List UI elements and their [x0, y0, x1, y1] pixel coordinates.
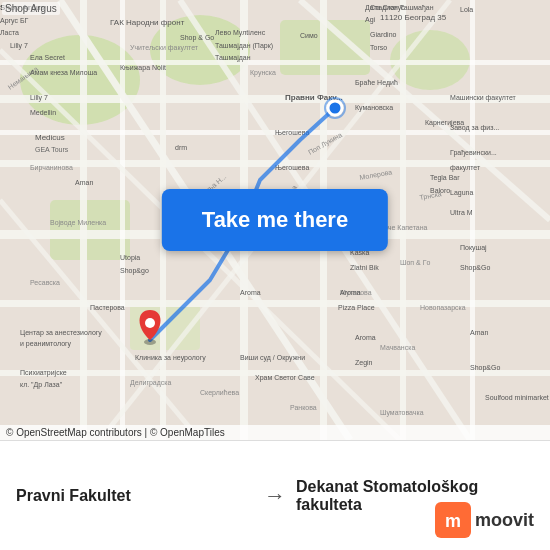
svg-text:Zlatni Bik: Zlatni Bik	[350, 264, 379, 271]
svg-text:и реанимтологу: и реанимтологу	[20, 340, 72, 348]
svg-point-111	[328, 101, 342, 115]
svg-text:Дата Статус: Дата Статус	[365, 4, 405, 12]
svg-text:Utopia: Utopia	[120, 254, 140, 262]
svg-text:Aman: Aman	[75, 179, 93, 186]
svg-text:Ранкова: Ранкова	[290, 404, 317, 411]
svg-text:Делиградска: Делиградска	[130, 379, 172, 387]
moovit-text: moovit	[475, 510, 534, 531]
svg-text:Shop&go: Shop&go	[120, 267, 149, 275]
svg-text:Laguna: Laguna	[450, 189, 473, 197]
svg-text:Пастерова: Пастерова	[90, 304, 125, 312]
svg-text:drm: drm	[175, 144, 187, 151]
svg-text:Giardino: Giardino	[370, 31, 397, 38]
svg-text:Грађевински...: Грађевински...	[450, 149, 497, 157]
map-container: Немањина Крунска Поп Лукина Бирчанинова …	[0, 0, 550, 440]
svg-text:11120 Београд 35: 11120 Београд 35	[380, 13, 447, 22]
svg-text:Lilly 7: Lilly 7	[10, 42, 28, 50]
svg-text:Покушај: Покушај	[460, 244, 487, 252]
svg-text:Ела Secret: Ела Secret	[30, 54, 65, 61]
svg-text:Шоп & Гo: Шоп & Гo	[400, 259, 430, 266]
moovit-icon: m	[435, 502, 471, 538]
arrow-icon: →	[264, 483, 286, 509]
svg-text:Крунска: Крунска	[250, 69, 276, 77]
svg-text:Shop&Go: Shop&Go	[470, 364, 500, 372]
svg-text:Lilly 7: Lilly 7	[30, 94, 48, 102]
svg-text:Виши суд / Окружни: Виши суд / Окружни	[240, 354, 305, 362]
svg-text:Pizza Place: Pizza Place	[338, 304, 375, 311]
map-attribution: © OpenStreetMap contributors | © OpenMap…	[0, 425, 550, 440]
svg-text:Амам кнеза Милоша: Амам кнеза Милоша	[30, 69, 97, 76]
svg-text:Ресавска: Ресавска	[30, 279, 60, 286]
svg-text:Клиника за неурологу: Клиника за неурологу	[135, 354, 206, 362]
svg-rect-19	[470, 0, 475, 440]
svg-text:Браће Недић: Браће Недић	[355, 79, 398, 87]
svg-text:Aroma: Aroma	[355, 334, 376, 341]
svg-text:Soulfood minimarket: Soulfood minimarket	[485, 394, 549, 401]
svg-text:Ласта: Ласта	[0, 29, 19, 36]
svg-text:Agi: Agi	[365, 16, 376, 24]
svg-text:Baloro: Baloro	[430, 187, 450, 194]
svg-text:ГАК Народни фронт: ГАК Народни фронт	[110, 18, 185, 27]
svg-text:Учитељски факултет: Учитељски факултет	[130, 44, 199, 52]
svg-text:Симо: Симо	[300, 32, 318, 39]
svg-text:Ultra M: Ultra M	[450, 209, 473, 216]
svg-text:Shop & Go: Shop & Go	[180, 34, 214, 42]
svg-text:GEA Tours: GEA Tours	[35, 146, 69, 153]
moovit-logo: m moovit	[435, 502, 534, 538]
svg-text:Психиатријске: Психиатријске	[20, 369, 67, 377]
svg-text:Новопазарска: Новопазарска	[420, 304, 466, 312]
svg-text:кл. "Др Лаза": кл. "Др Лаза"	[20, 381, 63, 389]
svg-text:Његошева: Његошева	[275, 164, 309, 171]
svg-text:Војводе Миленка: Војводе Миленка	[50, 219, 106, 227]
svg-text:Књижара Nolit: Књижара Nolit	[120, 64, 166, 72]
svg-text:Машински факултет: Машински факултет	[450, 94, 517, 102]
svg-text:Ташмајдан: Ташмајдан	[215, 54, 251, 62]
svg-text:Бирчанинова: Бирчанинова	[30, 164, 73, 172]
svg-text:Zegin: Zegin	[355, 359, 373, 367]
svg-text:Torso: Torso	[370, 44, 387, 51]
svg-text:Лево Мулtiлeнc: Лево Мулtiлeнc	[215, 29, 266, 37]
origin-label: Pravni Fakultet	[16, 487, 254, 505]
svg-text:Храм Светог Саве: Храм Светог Саве	[255, 374, 315, 382]
svg-point-114	[145, 318, 155, 328]
svg-text:Tegla Bar: Tegla Bar	[430, 174, 460, 182]
svg-text:Шуматовачка: Шуматовачка	[380, 409, 424, 417]
svg-text:Shop&Go: Shop&Go	[460, 264, 490, 272]
take-me-there-button[interactable]: Take me there	[162, 189, 388, 251]
svg-text:Скерлићева: Скерлићева	[200, 389, 239, 397]
bottom-bar: Pravni Fakultet → Dekanat Stomatološkog …	[0, 440, 550, 550]
shop-argus-label: Shop Argus	[2, 2, 60, 15]
svg-text:Medellin: Medellin	[30, 109, 56, 116]
svg-text:Lola: Lola	[460, 6, 473, 13]
svg-rect-18	[400, 0, 406, 440]
svg-text:Центар за анестезиологу: Центар за анестезиологу	[20, 329, 102, 337]
svg-text:Aman: Aman	[470, 329, 488, 336]
svg-text:Аroma: Аroma	[240, 289, 261, 296]
svg-text:Аргус БГ: Аргус БГ	[0, 17, 29, 25]
svg-text:Карнегијева: Карнегијева	[425, 119, 464, 127]
svg-text:Кумановска: Кумановска	[355, 104, 393, 112]
svg-text:Ташмајдан (Парк): Ташмајдан (Парк)	[215, 42, 273, 50]
svg-text:m: m	[445, 511, 461, 531]
svg-text:Aroma: Aroma	[340, 289, 361, 296]
svg-text:Medicus: Medicus	[35, 133, 65, 142]
svg-text:факултет: факултет	[450, 164, 481, 172]
svg-text:Мачванска: Мачванска	[380, 344, 415, 351]
